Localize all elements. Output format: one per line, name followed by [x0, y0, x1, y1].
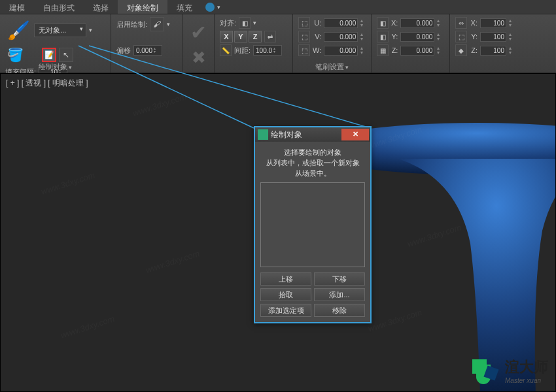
brand-logo: 渲大师 Master xuan: [471, 355, 548, 385]
logo-mark: [471, 355, 501, 385]
move-up-button[interactable]: 上移: [260, 272, 311, 286]
svg-line-2: [89, 46, 370, 128]
logo-text: 渲大师: [505, 357, 548, 377]
dialog-message: 选择要绘制的对象 从列表中，或拾取一个新对象 从场景中。: [260, 147, 365, 178]
paint-objects-dialog: 绘制对象 ✕ 选择要绘制的对象 从列表中，或拾取一个新对象 从场景中。 上移 下…: [254, 126, 372, 323]
app-icon: [258, 129, 268, 140]
logo-subtext: Master xuan: [505, 377, 548, 384]
remove-button[interactable]: 移除: [314, 304, 365, 317]
add-selected-button[interactable]: 添加选定项: [260, 304, 311, 317]
add-button[interactable]: 添加...: [314, 288, 365, 301]
dialog-title: 绘制对象: [271, 129, 341, 140]
object-listbox[interactable]: [260, 182, 365, 267]
close-button[interactable]: ✕: [341, 129, 369, 140]
move-down-button[interactable]: 下移: [314, 272, 365, 286]
pick-button[interactable]: 拾取: [260, 288, 311, 301]
svg-line-1: [78, 46, 254, 128]
dialog-titlebar[interactable]: 绘制对象 ✕: [255, 127, 370, 142]
